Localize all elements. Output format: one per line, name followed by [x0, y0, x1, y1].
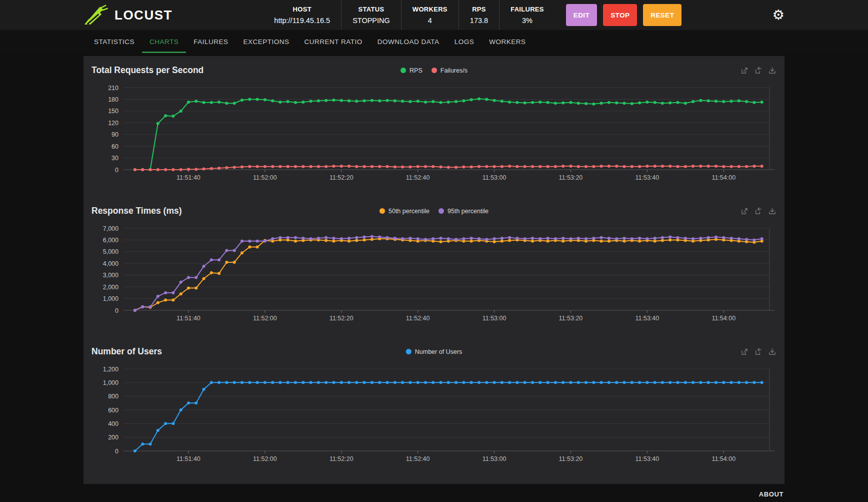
svg-text:200: 200: [108, 434, 118, 441]
legend-dot-icon: [438, 208, 444, 214]
chart-header: Number of Users Number of Users: [92, 346, 776, 357]
stat-status: STATUS STOPPING: [341, 0, 401, 30]
chart-legend: RPSFailures/s: [400, 67, 468, 74]
chart-canvas[interactable]: 02004006008001,0001,20011:51:4011:52:001…: [92, 365, 776, 467]
stat-host-value: http://119.45.16.5: [274, 17, 330, 25]
svg-text:600: 600: [108, 407, 118, 414]
legend-item[interactable]: 50th percentile: [380, 208, 430, 215]
tab-statistics[interactable]: STATISTICS: [86, 30, 142, 53]
tab-current-ratio[interactable]: CURRENT RATIO: [297, 30, 370, 53]
svg-text:180: 180: [108, 96, 118, 103]
svg-text:800: 800: [108, 393, 118, 400]
chart-legend: Number of Users: [406, 348, 462, 355]
chart-title: Response Times (ms): [92, 206, 182, 216]
stat-rps-value: 173.8: [470, 17, 488, 25]
zoom-reset-icon[interactable]: [754, 207, 762, 215]
legend-dot-icon: [432, 68, 437, 73]
svg-text:11:53:20: 11:53:20: [559, 315, 583, 322]
legend-item[interactable]: 95th percentile: [438, 208, 488, 215]
stat-failures: FAILURES 3%: [499, 0, 555, 30]
tab-exceptions[interactable]: EXCEPTIONS: [236, 30, 297, 53]
tab-download-data[interactable]: DOWNLOAD DATA: [370, 30, 447, 53]
legend-item[interactable]: Number of Users: [406, 348, 462, 355]
svg-text:400: 400: [108, 420, 118, 427]
svg-text:11:52:40: 11:52:40: [406, 315, 430, 322]
zoom-select-icon[interactable]: [740, 347, 748, 356]
tab-bar: STATISTICS CHARTS FAILURES EXCEPTIONS CU…: [0, 30, 868, 53]
svg-text:11:54:00: 11:54:00: [712, 455, 736, 462]
chart-toolbox: [740, 207, 776, 215]
svg-text:30: 30: [112, 155, 118, 162]
legend-dot-icon: [380, 208, 385, 214]
about-link[interactable]: ABOUT: [759, 490, 784, 498]
stat-failures-label: FAILURES: [510, 6, 544, 13]
stat-status-label: STATUS: [352, 6, 390, 13]
svg-text:11:52:20: 11:52:20: [330, 174, 354, 181]
svg-text:150: 150: [108, 108, 118, 115]
svg-text:5,000: 5,000: [103, 248, 118, 255]
tab-charts[interactable]: CHARTS: [142, 30, 186, 53]
svg-text:11:52:40: 11:52:40: [406, 455, 430, 462]
logo: LOCUST: [84, 4, 172, 26]
legend-item[interactable]: RPS: [400, 67, 422, 74]
legend-label: Number of Users: [415, 348, 462, 355]
footer: ABOUT: [84, 484, 784, 502]
chart-canvas[interactable]: 01,0002,0003,0004,0005,0006,0007,00011:5…: [92, 224, 776, 326]
download-image-icon[interactable]: [768, 207, 776, 215]
svg-text:120: 120: [108, 120, 118, 127]
zoom-reset-icon[interactable]: [754, 347, 762, 356]
legend-label: RPS: [410, 67, 422, 74]
svg-text:210: 210: [108, 85, 118, 92]
legend-dot-icon: [406, 349, 412, 354]
svg-text:11:52:00: 11:52:00: [253, 174, 277, 181]
download-image-icon[interactable]: [768, 347, 776, 356]
stop-button[interactable]: STOP: [603, 4, 637, 26]
edit-button[interactable]: EDIT: [566, 4, 597, 26]
svg-text:11:54:00: 11:54:00: [712, 315, 736, 322]
stat-failures-value: 3%: [510, 17, 544, 25]
tab-failures[interactable]: FAILURES: [186, 30, 236, 53]
chart-header: Total Requests per Second RPSFailures/s: [92, 65, 776, 76]
svg-text:11:53:40: 11:53:40: [635, 455, 659, 462]
svg-text:11:54:00: 11:54:00: [712, 174, 736, 181]
chart-block: Total Requests per Second RPSFailures/s …: [92, 65, 776, 186]
tab-logs[interactable]: LOGS: [447, 30, 482, 53]
stat-workers-value: 4: [412, 17, 448, 25]
top-bar: LOCUST HOST http://119.45.16.5 STATUS ST…: [0, 0, 868, 30]
svg-text:11:53:20: 11:53:20: [559, 174, 583, 181]
header-stats: HOST http://119.45.16.5 STATUS STOPPING …: [263, 0, 554, 30]
stat-rps: RPS 173.8: [458, 0, 499, 30]
reset-button[interactable]: RESET: [643, 4, 682, 26]
svg-text:3,000: 3,000: [103, 272, 118, 279]
svg-text:11:53:40: 11:53:40: [635, 315, 659, 322]
zoom-reset-icon[interactable]: [754, 66, 762, 75]
settings-gear-icon[interactable]: ⚙: [772, 9, 784, 22]
legend-label: Failures/s: [440, 67, 468, 74]
svg-text:7,000: 7,000: [103, 225, 118, 232]
chart-title: Total Requests per Second: [92, 65, 204, 76]
chart-canvas[interactable]: 030609012015018021011:51:4011:52:0011:52…: [92, 84, 776, 186]
legend-dot-icon: [400, 68, 406, 73]
svg-text:11:51:40: 11:51:40: [176, 455, 200, 462]
zoom-select-icon[interactable]: [740, 207, 748, 215]
svg-text:11:51:40: 11:51:40: [176, 174, 200, 181]
tab-workers[interactable]: WORKERS: [482, 30, 533, 53]
svg-text:0: 0: [115, 307, 118, 314]
svg-text:11:53:00: 11:53:00: [482, 455, 506, 462]
svg-text:1,200: 1,200: [103, 366, 118, 373]
legend-item[interactable]: Failures/s: [432, 67, 468, 74]
chart-toolbox: [740, 66, 776, 75]
stat-host: HOST http://119.45.16.5: [263, 0, 341, 30]
download-image-icon[interactable]: [768, 66, 776, 75]
zoom-select-icon[interactable]: [740, 66, 748, 75]
chart-legend: 50th percentile95th percentile: [380, 208, 488, 215]
svg-text:11:52:40: 11:52:40: [406, 174, 430, 181]
svg-text:90: 90: [112, 131, 118, 138]
stat-workers-label: WORKERS: [412, 6, 448, 13]
legend-label: 95th percentile: [448, 208, 488, 215]
svg-text:11:52:00: 11:52:00: [253, 455, 277, 462]
svg-text:11:52:20: 11:52:20: [330, 315, 354, 322]
logo-text: LOCUST: [114, 8, 172, 23]
stat-workers: WORKERS 4: [401, 0, 458, 30]
svg-text:6,000: 6,000: [103, 237, 118, 244]
